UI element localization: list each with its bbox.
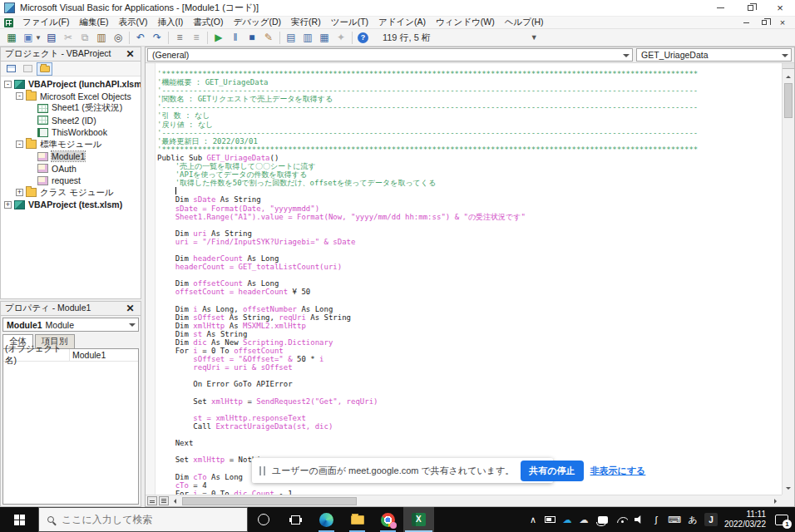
tray-wifi-icon[interactable] bbox=[617, 517, 628, 523]
excel-switch-icon[interactable] bbox=[4, 18, 13, 27]
procedure-view-button[interactable] bbox=[147, 496, 157, 505]
full-module-view-button[interactable] bbox=[159, 496, 169, 505]
taskbar-search[interactable] bbox=[38, 507, 248, 532]
tree-item-project-10[interactable]: +VBAProject (test.xlsm) bbox=[1, 199, 141, 211]
toolbar-cut-icon[interactable]: ✂ bbox=[61, 31, 76, 45]
tray-app-j-icon[interactable]: J bbox=[704, 513, 718, 526]
toolbar-comment-block-icon[interactable]: ≡ bbox=[189, 31, 204, 45]
toolbar-save-icon[interactable]: ▤ bbox=[44, 31, 59, 45]
tree-item-folder-9[interactable]: +クラス モジュール bbox=[1, 187, 141, 200]
menu-item-1[interactable]: ファイル(F) bbox=[17, 17, 74, 28]
toolbar-find-icon[interactable]: ◎ bbox=[111, 31, 126, 45]
menu-item-10[interactable]: ウィンドウ(W) bbox=[431, 17, 500, 28]
tray-hidden-icons-icon[interactable]: ∧ bbox=[528, 515, 538, 525]
toolbar-overflow-icon[interactable]: ▼ bbox=[531, 33, 538, 42]
tree-item-project-0[interactable]: -VBAProject (lunchAPI.xlsm) bbox=[1, 78, 141, 91]
taskbar-edge[interactable] bbox=[311, 507, 342, 532]
view-object-button[interactable] bbox=[20, 62, 36, 76]
notification-center-icon[interactable]: 1 bbox=[775, 515, 788, 525]
child-minimize-button[interactable] bbox=[740, 17, 752, 27]
toolbar-insert-userform-caret-icon[interactable]: ▼ bbox=[35, 34, 42, 42]
tree-item-folder-1[interactable]: -Microsoft Excel Objects bbox=[1, 91, 141, 103]
vertical-scrollbar[interactable] bbox=[782, 63, 794, 495]
scroll-left-arrow[interactable] bbox=[169, 496, 180, 506]
cortana-button[interactable] bbox=[248, 507, 279, 532]
toolbar-insert-userform-icon[interactable]: ▣ bbox=[21, 31, 36, 45]
tree-expander-icon[interactable]: - bbox=[16, 140, 23, 148]
tree-item-sheet-2[interactable]: Sheet1 (受注状況) bbox=[1, 102, 141, 115]
toolbar-indent-icon[interactable]: ≡ bbox=[172, 31, 187, 45]
start-button[interactable] bbox=[0, 507, 38, 532]
menu-item-5[interactable]: 書式(O) bbox=[188, 17, 228, 28]
tree-item-book-4[interactable]: ThisWorkbook bbox=[1, 126, 141, 139]
toolbar-run-icon[interactable]: ▶ bbox=[211, 31, 226, 45]
tray-cloud-icon[interactable]: ☁ bbox=[579, 515, 589, 525]
tray-touch-keyboard-icon[interactable]: ⌨ bbox=[668, 515, 681, 525]
tray-ime-icon[interactable]: あ bbox=[688, 514, 698, 526]
menu-item-8[interactable]: ツール(T) bbox=[326, 17, 373, 28]
toolbar-project-explorer-icon[interactable]: ▤ bbox=[284, 31, 299, 45]
tray-volume-icon[interactable] bbox=[635, 515, 644, 525]
toolbar-undo-icon[interactable]: ↶ bbox=[133, 31, 148, 45]
menu-item-7[interactable]: 実行(R) bbox=[286, 17, 326, 28]
toggle-folders-button[interactable] bbox=[37, 62, 52, 76]
tree-item-folder-5[interactable]: -標準モジュール bbox=[1, 139, 141, 151]
menu-item-4[interactable]: 挿入(I) bbox=[152, 17, 188, 28]
menu-item-3[interactable]: 表示(V) bbox=[113, 17, 152, 28]
split-handle[interactable] bbox=[783, 63, 794, 69]
tray-microphone-icon[interactable] bbox=[598, 516, 608, 524]
toolbar-paste-icon[interactable]: ▥ bbox=[94, 31, 109, 45]
tree-expander-icon[interactable]: + bbox=[4, 201, 12, 209]
search-input[interactable] bbox=[62, 514, 211, 525]
tree-item-sheet-3[interactable]: Sheet2 (ID) bbox=[1, 115, 141, 127]
margin-indicator-bar[interactable] bbox=[146, 63, 156, 495]
horizontal-scrollbar[interactable] bbox=[146, 495, 782, 506]
scroll-up-arrow[interactable] bbox=[783, 69, 794, 81]
toolbar-toolbox-icon[interactable]: ✦ bbox=[333, 31, 348, 45]
tray-onedrive-icon[interactable]: ☁ bbox=[562, 515, 572, 525]
object-dropdown[interactable]: (General) bbox=[147, 48, 633, 62]
tree-item-module-6[interactable]: Module1 bbox=[1, 150, 141, 163]
toolbar-view-excel-icon[interactable]: ▦ bbox=[4, 31, 19, 45]
property-value[interactable]: Module1 bbox=[70, 350, 106, 360]
minimize-button[interactable] bbox=[705, 0, 735, 16]
scroll-down-arrow[interactable] bbox=[783, 482, 794, 495]
close-button[interactable]: × bbox=[765, 0, 795, 16]
toolbar-object-browser-icon[interactable]: ▦ bbox=[317, 31, 332, 45]
toolbar-break-icon[interactable]: ‖ bbox=[228, 31, 243, 45]
tree-expander-icon[interactable]: + bbox=[16, 189, 23, 196]
toolbar-design-mode-icon[interactable]: ✎ bbox=[261, 31, 276, 45]
tree-item-module-7[interactable]: OAuth bbox=[1, 163, 141, 175]
taskbar-excel[interactable] bbox=[403, 507, 434, 532]
child-close-button[interactable]: × bbox=[777, 17, 788, 27]
vertical-scrollbar-thumb[interactable] bbox=[784, 83, 793, 118]
tree-expander-icon[interactable]: - bbox=[4, 81, 12, 88]
object-selector-dropdown[interactable]: Module1 Module bbox=[2, 318, 139, 332]
restore-button[interactable] bbox=[735, 0, 765, 16]
toolbar-stop-icon[interactable]: ■ bbox=[244, 31, 259, 45]
toolbar-copy-icon[interactable]: ⧉ bbox=[77, 31, 92, 45]
toolbar-properties-window-icon[interactable]: ▥ bbox=[300, 31, 315, 45]
taskbar-chrome[interactable] bbox=[373, 507, 403, 532]
menu-item-2[interactable]: 編集(E) bbox=[74, 17, 113, 28]
properties-panel-close-icon[interactable]: ✕ bbox=[124, 303, 136, 314]
menu-item-6[interactable]: デバッグ(D) bbox=[229, 17, 287, 28]
task-view-button[interactable] bbox=[279, 507, 311, 532]
tree-expander-icon[interactable]: - bbox=[16, 92, 23, 100]
menu-item-11[interactable]: ヘルプ(H) bbox=[500, 17, 549, 28]
hide-bar-link[interactable]: 非表示にする bbox=[590, 465, 646, 477]
horizontal-scrollbar-thumb[interactable] bbox=[182, 497, 357, 505]
code-editor[interactable]: '***************************************… bbox=[146, 63, 782, 495]
stop-sharing-button[interactable]: 共有の停止 bbox=[521, 461, 583, 481]
toolbar-help-icon[interactable]: ? bbox=[358, 32, 368, 43]
procedure-dropdown[interactable]: GET_UriageData bbox=[636, 48, 792, 62]
project-panel-close-icon[interactable]: ✕ bbox=[124, 48, 136, 60]
child-restore-button[interactable] bbox=[758, 17, 770, 27]
view-code-button[interactable] bbox=[3, 62, 19, 76]
toolbar-redo-icon[interactable]: ↷ bbox=[150, 31, 165, 45]
scroll-right-arrow[interactable] bbox=[770, 496, 782, 506]
tray-signal-icon[interactable]: ʃ bbox=[651, 515, 661, 525]
menu-item-9[interactable]: アドイン(A) bbox=[373, 17, 431, 28]
tree-item-module-8[interactable]: request bbox=[1, 175, 141, 187]
taskbar-clock[interactable]: 11:11 2022/03/22 bbox=[724, 510, 766, 530]
